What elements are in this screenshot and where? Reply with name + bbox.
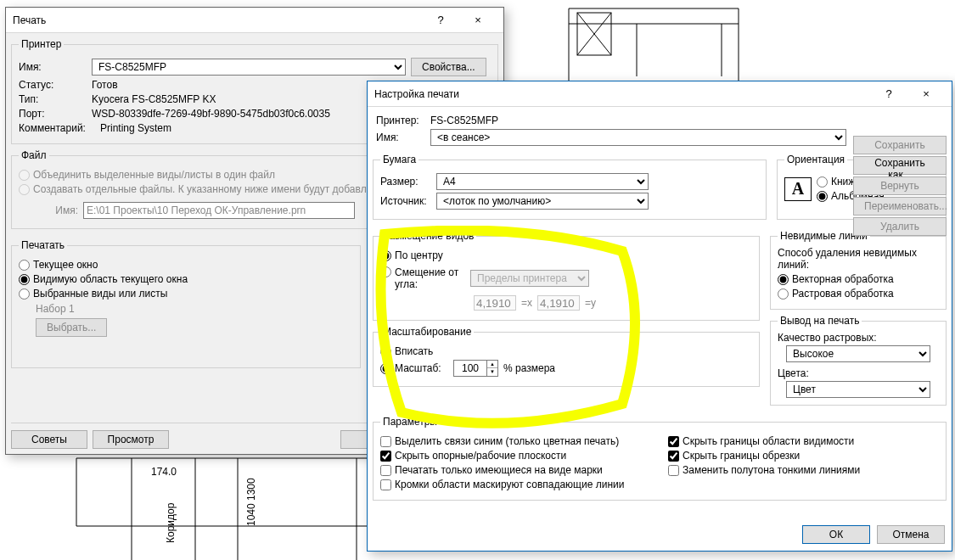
place-center-radio[interactable]: По центру	[380, 249, 752, 261]
close-button[interactable]: ×	[459, 8, 497, 32]
hidden-lines-group: Невидимые линии Способ удаления невидимы…	[770, 230, 947, 310]
opt-hide-planes[interactable]: Скрыть опорные/рабочие плоскости	[380, 450, 651, 462]
hidden-vector-radio[interactable]: Векторная обработка	[778, 273, 939, 285]
file-path-input	[83, 202, 355, 219]
printer-properties-button[interactable]: Свойства...	[411, 58, 486, 76]
zoom-group: Масштабирование Вписать Масштаб: ▲▼ % ра…	[373, 326, 760, 387]
ps-name-select[interactable]: <в сеансе>	[430, 129, 846, 146]
appearance-group: Вывод на печать Качество растровых: Высо…	[770, 315, 947, 406]
paper-group: Бумага Размер: A4 Источник: <лоток по ум…	[373, 154, 767, 220]
cad-room-label: Коридор	[165, 502, 177, 543]
offset-x-input	[474, 295, 516, 311]
printer-name-select[interactable]: FS-C8525MFP	[92, 59, 406, 76]
print-setup-dialog: Настройка печати ? × Принтер:FS-C8525MFP…	[367, 81, 952, 552]
hidden-raster-radio[interactable]: Растровая обработка	[778, 288, 939, 300]
ps-help-button[interactable]: ?	[870, 82, 907, 106]
spinner-up-icon[interactable]: ▲	[487, 361, 497, 368]
options-group: Параметры Выделить связи синим (только ц…	[373, 416, 947, 501]
print-range-group: Печатать Текущее окно Видимую область те…	[11, 239, 361, 368]
cad-dim-3: 1040	[245, 503, 257, 526]
offset-y-input	[537, 295, 580, 311]
spinner-down-icon[interactable]: ▼	[487, 368, 497, 375]
range-visible-radio[interactable]: Видимую область текущего окна	[19, 273, 353, 285]
opt-halftone[interactable]: Заменить полутона тонкими линиями	[668, 464, 939, 476]
select-sets-button: Выбрать...	[36, 318, 107, 337]
preview-button[interactable]: Просмотр	[93, 430, 169, 449]
opt-tags-only[interactable]: Печатать только имеющиеся на виде марки	[380, 464, 651, 476]
zoom-value-spinner[interactable]: ▲▼	[453, 360, 498, 377]
ps-titlebar: Настройка печати ? ×	[368, 81, 952, 107]
orientation-icon: A	[784, 177, 812, 201]
side-revert-button: Вернуть	[853, 176, 947, 195]
side-rename-button: Переименовать...	[853, 197, 947, 216]
side-delete-button: Удалить	[853, 217, 947, 236]
ps-title: Настройка печати	[374, 88, 870, 100]
cad-dim-2: 1300	[245, 478, 257, 501]
opt-hide-scope[interactable]: Скрыть границы области видимости	[668, 435, 939, 447]
paper-source-select[interactable]: <лоток по умолчанию>	[436, 193, 649, 210]
side-saveas-button[interactable]: Сохранить как...	[853, 156, 947, 175]
paper-size-select[interactable]: A4	[436, 173, 649, 190]
opt-blue-links[interactable]: Выделить связи синим (только цветная печ…	[380, 435, 651, 447]
colors-select[interactable]: Цвет	[786, 381, 930, 398]
opt-hide-crop[interactable]: Скрыть границы обрезки	[668, 450, 939, 462]
quality-select[interactable]: Высокое	[786, 345, 930, 362]
range-current-radio[interactable]: Текущее окно	[19, 259, 353, 271]
place-offset-radio[interactable]: Смещение от угла:	[380, 266, 465, 290]
opt-mask-edges[interactable]: Кромки области маскируют совпадающие лин…	[380, 479, 651, 490]
help-button[interactable]: ?	[422, 8, 459, 32]
margins-select: Пределы принтера	[470, 270, 589, 287]
zoom-fit-radio[interactable]: Вписать	[380, 345, 752, 357]
range-selected-radio[interactable]: Выбранные виды или листы	[19, 288, 353, 300]
ps-cancel-button[interactable]: Отмена	[877, 525, 945, 544]
tips-button[interactable]: Советы	[11, 430, 87, 449]
placement-group: Размещение видов По центру Смещение от у…	[373, 230, 760, 321]
ps-ok-button[interactable]: ОК	[802, 525, 870, 544]
print-titlebar: Печать ? ×	[6, 8, 503, 33]
side-save-button: Сохранить	[853, 136, 947, 154]
cad-dim-1: 174.0	[151, 466, 177, 478]
ps-close-button[interactable]: ×	[907, 82, 945, 106]
zoom-scale-radio[interactable]: Масштаб:	[380, 362, 448, 374]
print-title: Печать	[13, 14, 422, 26]
